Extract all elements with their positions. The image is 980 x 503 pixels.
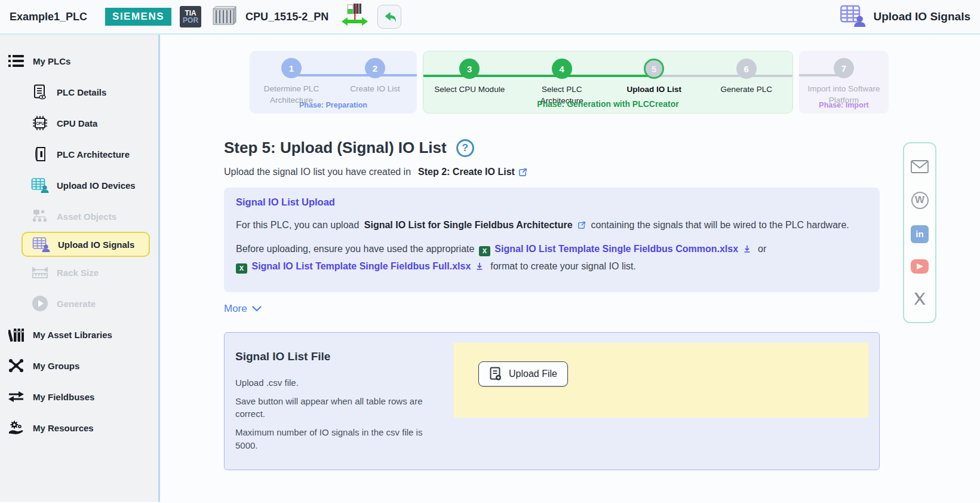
sidebar-item-my-plcs[interactable]: My PLCs bbox=[0, 45, 158, 76]
sidebar-item-label: PLC Details bbox=[57, 87, 106, 97]
sidebar-item-label: My Resources bbox=[33, 423, 94, 433]
step-7: 7 Import into Software Platform bbox=[799, 58, 889, 106]
step-2-circle[interactable]: 2 bbox=[365, 58, 385, 78]
step-5-circle[interactable]: 5 bbox=[644, 59, 664, 79]
hand-gears-icon bbox=[7, 420, 25, 435]
email-icon[interactable] bbox=[911, 158, 929, 176]
asset-network-icon bbox=[31, 208, 49, 224]
sidebar-item-upload-io-signals[interactable]: Upload IO Signals bbox=[21, 232, 150, 257]
step-3-label: Select CPU Module bbox=[434, 84, 505, 96]
double-arrows-icon bbox=[7, 390, 25, 403]
file-card-dropzone-area: Upload File bbox=[453, 343, 869, 458]
step-7-circle: 7 bbox=[834, 58, 854, 78]
step2-link[interactable]: Step 2: Create IO List bbox=[418, 167, 515, 177]
youtube-icon[interactable] bbox=[911, 259, 929, 274]
step-6-label: Generate PLC bbox=[721, 84, 772, 96]
sidebar: My PLCs PLC Details CPU CPU Data PLC Arc… bbox=[0, 35, 160, 502]
cpu-chip-icon: CPU bbox=[31, 115, 49, 131]
template-full-link[interactable]: Signal IO List Template Single Fieldbus … bbox=[251, 261, 471, 271]
excel-file-icon: X bbox=[236, 263, 247, 274]
step-2: 2 Create IO List bbox=[333, 58, 417, 106]
svg-text:CPU: CPU bbox=[36, 121, 44, 125]
play-circle-icon bbox=[31, 295, 49, 312]
upload-dropzone[interactable]: Upload File bbox=[453, 343, 869, 418]
sidebar-item-my-groups[interactable]: My Groups bbox=[0, 350, 158, 381]
sidebar-item-my-resources[interactable]: My Resources bbox=[0, 412, 158, 443]
wordpress-icon[interactable]: W bbox=[911, 192, 929, 209]
sidebar-item-my-asset-libraries[interactable]: My Asset Libraries bbox=[0, 319, 158, 350]
signal-io-info-box: Signal IO List Upload For this PLC, you … bbox=[224, 188, 880, 292]
table-user-teal-icon bbox=[31, 177, 49, 193]
sidebar-item-label: Upload IO Signals bbox=[58, 240, 134, 250]
library-icon bbox=[7, 327, 25, 342]
intro-text: Upload the signal IO list you have creat… bbox=[224, 167, 411, 177]
step-6-circle[interactable]: 6 bbox=[736, 59, 757, 79]
chevron-down-icon bbox=[252, 306, 262, 312]
p2-before: Before uploading, ensure you have used t… bbox=[236, 244, 474, 254]
step-1-circle[interactable]: 1 bbox=[281, 58, 302, 78]
step-4-circle[interactable]: 4 bbox=[552, 59, 572, 79]
step-2-label: Create IO List bbox=[350, 84, 400, 95]
wizard-stepper: 1 Determine PLC Architecture 2 Create IO… bbox=[250, 51, 980, 114]
step-title: Step 5: Upload (Signal) IO List bbox=[224, 139, 447, 157]
upload-file-label: Upload File bbox=[509, 369, 557, 379]
tia-portal-icon: TIA POR bbox=[180, 6, 201, 27]
template-common-link[interactable]: Signal IO List Template Single Fieldbus … bbox=[494, 244, 738, 254]
project-name: Example1_PLC bbox=[10, 11, 87, 23]
file-card-info: Signal IO List File Upload .csv file. Sa… bbox=[235, 343, 453, 458]
x-icon[interactable] bbox=[911, 290, 929, 308]
sidebar-item-label: My Groups bbox=[33, 361, 79, 371]
sidebar-item-plc-details[interactable]: PLC Details bbox=[0, 76, 158, 108]
intro-line: Upload the signal IO list you have creat… bbox=[224, 167, 980, 177]
page-title: Upload IO Signals bbox=[873, 10, 970, 23]
step-1: 1 Determine PLC Architecture bbox=[250, 58, 333, 106]
p1-before: For this PLC, you can upload bbox=[236, 220, 359, 230]
architecture-doc-link[interactable]: Signal IO List for Single Fieldbus Archi… bbox=[364, 220, 573, 230]
upload-file-button[interactable]: Upload File bbox=[478, 361, 568, 387]
help-icon[interactable]: ? bbox=[456, 139, 474, 157]
sidebar-item-label: My Asset Libraries bbox=[33, 330, 112, 340]
p2-or: or bbox=[758, 244, 766, 254]
file-card-heading: Signal IO List File bbox=[235, 350, 441, 363]
sidebar-item-label: Asset Objects bbox=[57, 211, 116, 222]
download-icon[interactable] bbox=[743, 244, 751, 253]
plc-list-icon bbox=[7, 54, 25, 68]
siemens-logo: SIEMENS bbox=[105, 8, 171, 26]
step-3-circle[interactable]: 3 bbox=[459, 59, 480, 79]
excel-file-icon: X bbox=[479, 246, 490, 256]
linkedin-icon[interactable]: in bbox=[911, 225, 929, 243]
sidebar-item-label: My Fieldbuses bbox=[33, 392, 94, 402]
file-card-line-3: Maximum number of IO signals in the csv … bbox=[235, 426, 441, 452]
phase-label-preparation: Phase: Preparation bbox=[250, 101, 417, 109]
sidebar-item-label: Rack Size bbox=[57, 268, 99, 278]
sidebar-item-label: My PLCs bbox=[33, 56, 70, 66]
sidebar-item-plc-architecture[interactable]: PLC Architecture bbox=[0, 139, 158, 170]
external-link-icon bbox=[518, 168, 527, 177]
info-paragraph-2: Before uploading, ensure you have used t… bbox=[236, 240, 868, 275]
phase-label-import: Phase: Import bbox=[799, 101, 889, 109]
more-toggle[interactable]: More bbox=[224, 303, 262, 315]
info-box-heading: Signal IO List Upload bbox=[236, 197, 868, 208]
info-paragraph-1: For this PLC, you can upload Signal IO L… bbox=[236, 216, 868, 234]
download-icon[interactable] bbox=[475, 262, 484, 271]
sidebar-item-asset-objects: Asset Objects bbox=[0, 201, 158, 232]
file-card-line-2: Save button will appear when all table r… bbox=[235, 395, 441, 421]
sidebar-item-label: CPU Data bbox=[57, 118, 97, 128]
stepper-phase-import: 7 Import into Software Platform Phase: I… bbox=[799, 51, 889, 114]
signal-io-file-card: Signal IO List File Upload .csv file. Sa… bbox=[224, 332, 880, 470]
sidebar-item-label: PLC Architecture bbox=[57, 149, 130, 160]
sidebar-item-upload-io-devices[interactable]: Upload IO Devices bbox=[0, 170, 158, 201]
upload-io-signals-icon bbox=[840, 4, 866, 29]
undo-button[interactable] bbox=[377, 5, 401, 29]
plc-module-icon bbox=[210, 4, 237, 29]
sidebar-item-cpu-data[interactable]: CPU CPU Data bbox=[0, 108, 158, 139]
file-add-icon bbox=[489, 367, 502, 381]
main-content: 1 Determine PLC Architecture 2 Create IO… bbox=[160, 35, 980, 502]
file-card-line-1: Upload .csv file. bbox=[235, 376, 441, 389]
sidebar-item-my-fieldbuses[interactable]: My Fieldbuses bbox=[0, 381, 158, 412]
phase-label-generation: Phase: Generation with PLCCreator bbox=[423, 99, 792, 109]
sidebar-item-label: Generate bbox=[57, 299, 96, 309]
app-header: Example1_PLC SIEMENS TIA POR CPU_1515-2_… bbox=[0, 0, 980, 35]
stepper-phase-generation: 3 Select CPU Module 4 Select PLC Archite… bbox=[423, 51, 793, 114]
tia-portal-icon-bottom: POR bbox=[183, 17, 198, 24]
